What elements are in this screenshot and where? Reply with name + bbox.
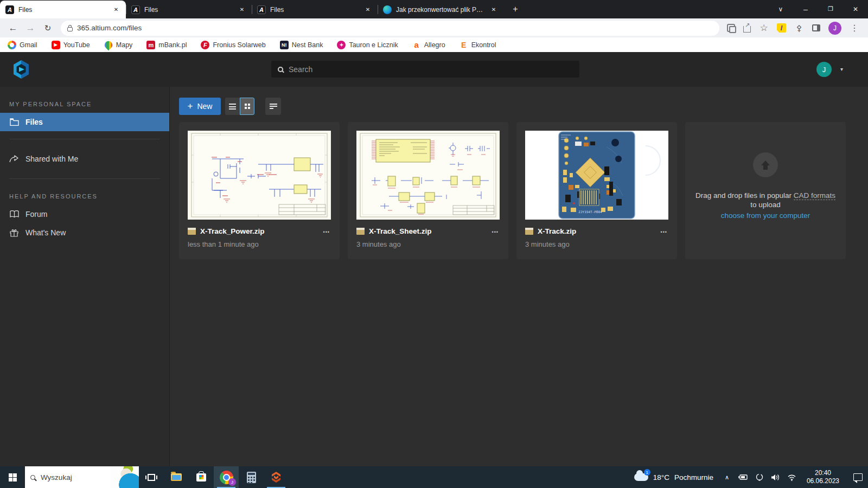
file-explorer-button[interactable] (164, 466, 189, 488)
bookmark-gmail[interactable]: Gmail (8, 41, 37, 49)
tab-close-icon[interactable] (112, 5, 120, 14)
maximize-button[interactable] (818, 0, 843, 18)
zip-file-icon (525, 228, 533, 235)
volume-icon[interactable] (771, 474, 781, 481)
sort-button[interactable] (265, 98, 281, 115)
tab-close-icon[interactable] (489, 5, 498, 14)
pcb-thumbnail: ZJY154T-P804 (525, 131, 668, 220)
tab-title: Files (144, 6, 233, 14)
windows-taskbar: J 1 18°C Pochmurnie 20:40 06.06.2023 (0, 466, 868, 488)
address-bar[interactable]: 365.altium.com/files (61, 21, 719, 36)
minimize-button[interactable] (793, 0, 818, 18)
card-menu-icon[interactable] (322, 226, 331, 236)
user-avatar[interactable]: J (816, 62, 832, 77)
hidden-icons-chevron[interactable] (722, 474, 732, 481)
calculator-button[interactable] (239, 466, 264, 488)
sidebar-item-forum[interactable]: Forum (0, 205, 169, 223)
youtube-icon (52, 41, 60, 49)
tab-close-icon[interactable] (238, 5, 246, 14)
orange-app-button[interactable] (264, 466, 289, 488)
file-card-x-track[interactable]: ZJY154T-P804 X-Track.zip 3 minutes ago (516, 122, 677, 259)
device-sync-icon[interactable] (755, 473, 764, 481)
file-card-x-track-power[interactable]: X-Track_Power.zip less than 1 minute ago (179, 122, 340, 259)
browser-profile-avatar[interactable]: J (828, 22, 841, 35)
forward-button[interactable] (23, 21, 38, 36)
search-highlight-image[interactable] (111, 466, 139, 488)
wifi-icon[interactable] (787, 474, 797, 481)
sidebar-item-whats-new[interactable]: What's New (0, 223, 169, 242)
altium-favicon-icon (131, 5, 140, 14)
browser-toolbar: 365.altium.com/files J (0, 18, 868, 37)
bookmark-label: Ekontrol (471, 41, 496, 49)
bookmark-ekontrol[interactable]: Ekontrol (459, 41, 496, 49)
taskbar-clock[interactable]: 20:40 06.06.2023 (803, 469, 843, 485)
zip-file-icon (188, 228, 196, 235)
view-toggle-group (225, 98, 254, 115)
translate-icon[interactable] (727, 24, 735, 32)
tab-strip: Files Files Files Jak przekonwertować pl… (0, 0, 868, 18)
file-modified-time: 3 minutes ago (525, 240, 668, 248)
cad-formats-link[interactable]: CAD formats (794, 191, 835, 200)
back-button[interactable] (5, 21, 21, 36)
bookmark-allegro[interactable]: Allegro (412, 41, 445, 49)
tab-files-3[interactable]: Files (252, 1, 378, 18)
bookmark-mbank[interactable]: mBank.pl (146, 41, 187, 49)
bookmark-fronius[interactable]: Fronius Solarweb (201, 41, 265, 49)
list-view-toggle[interactable] (225, 98, 240, 115)
sidebar-item-shared[interactable]: Shared with Me (0, 147, 169, 171)
choose-from-computer-link[interactable]: choose from your computer (693, 211, 838, 221)
file-card-x-track-sheet[interactable]: X-Track_Sheet.zip 3 minutes ago (348, 122, 508, 259)
file-name[interactable]: X-Track_Sheet.zip (369, 227, 487, 235)
fronius-icon (201, 41, 209, 49)
card-meta-row: X-Track_Power.zip (188, 226, 331, 236)
taskbar-search-box[interactable] (25, 466, 139, 488)
taskbar-search-input[interactable] (41, 473, 95, 481)
tab-close-icon[interactable] (363, 5, 372, 14)
plus-icon (188, 101, 193, 112)
microsoft-store-button[interactable] (189, 466, 214, 488)
task-view-button[interactable] (139, 466, 164, 488)
close-window-button[interactable] (843, 0, 868, 18)
bookmark-label: Tauron e Licznik (349, 41, 398, 49)
bookmark-youtube[interactable]: YouTube (52, 41, 90, 49)
new-button[interactable]: New (179, 98, 221, 115)
app-search-box[interactable] (271, 61, 579, 78)
bookmark-mapy[interactable]: Mapy (104, 41, 133, 49)
side-panel-icon[interactable] (812, 24, 820, 31)
card-menu-icon[interactable] (660, 226, 668, 236)
altium-365-logo[interactable] (12, 60, 30, 79)
chrome-taskbar-button[interactable]: J (214, 466, 239, 488)
upload-text-suffix: to upload (750, 201, 781, 209)
tab-search-chevron-icon[interactable] (768, 0, 793, 18)
tab-files-2[interactable]: Files (126, 1, 252, 18)
weather-widget[interactable]: 1 18°C Pochmurnie (632, 473, 716, 481)
search-icon (30, 475, 35, 480)
tab-files-1[interactable]: Files (0, 1, 126, 18)
tab-title: Files (270, 6, 359, 14)
lightshot-extension-icon[interactable] (777, 23, 786, 33)
bookmark-nestbank[interactable]: Nest Bank (280, 41, 323, 49)
bookmark-tauron[interactable]: Tauron e Licznik (337, 41, 398, 49)
grid-view-toggle[interactable] (240, 98, 254, 115)
file-name[interactable]: X-Track.zip (538, 227, 655, 235)
tab-edge-article[interactable]: Jak przekonwertować plik PCBDO (378, 1, 503, 18)
avatar-caret-icon[interactable] (840, 66, 843, 72)
lock-icon[interactable] (67, 27, 73, 31)
sidebar-item-files[interactable]: Files (0, 113, 169, 131)
weather-condition: Pochmurnie (674, 473, 713, 481)
action-center-icon[interactable] (853, 473, 863, 481)
browser-menu-icon[interactable] (850, 23, 859, 33)
battery-icon[interactable] (738, 474, 748, 480)
extensions-puzzle-icon[interactable] (794, 23, 804, 33)
share-icon[interactable] (743, 26, 751, 33)
bookmark-label: mBank.pl (158, 41, 187, 49)
bookmark-star-icon[interactable] (759, 23, 769, 33)
start-button[interactable] (0, 466, 25, 488)
reload-button[interactable] (40, 21, 55, 36)
upload-drop-zone[interactable]: Drag and drop files in popular CAD forma… (685, 122, 846, 259)
card-menu-icon[interactable] (491, 226, 500, 236)
upload-text-prefix: Drag and drop files in popular (695, 191, 794, 200)
new-tab-button[interactable] (508, 2, 523, 17)
search-input[interactable] (289, 65, 573, 74)
file-name[interactable]: X-Track_Power.zip (200, 227, 318, 235)
